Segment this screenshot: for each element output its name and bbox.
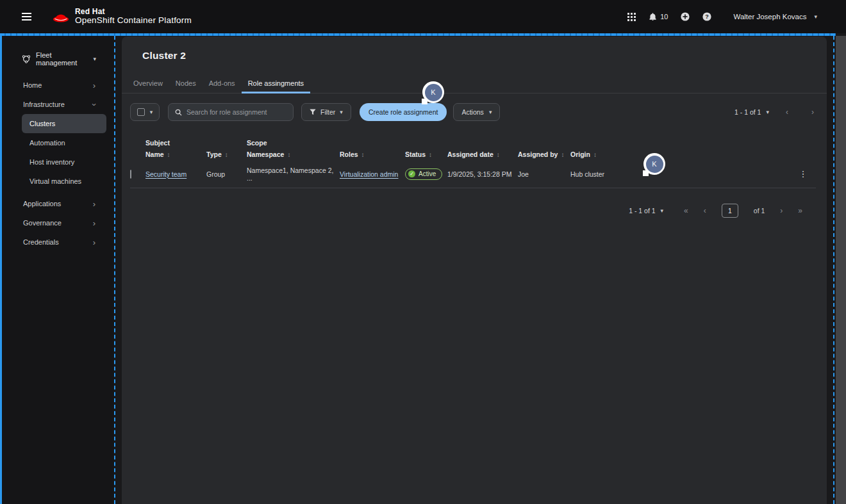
collaborator-cursor-badge: K — [643, 153, 665, 175]
pagination-controls: « ‹ of 1 › » — [684, 204, 802, 218]
sidebar-item-virtual-machines[interactable]: Virtual machines — [22, 172, 106, 191]
roles-link[interactable]: Virtualization admin — [340, 170, 405, 178]
search-icon — [175, 109, 182, 116]
sidebar-item-infrastructure[interactable]: Infrastructure › — [2, 95, 114, 114]
sidebar-item-label: Home — [23, 81, 42, 89]
brand-text: Red Hat OpenShift Container Platform — [75, 8, 192, 26]
sidebar-item-credentials[interactable]: Credentials › — [2, 232, 114, 252]
perspective-switcher[interactable]: Fleet management ▾ — [2, 36, 114, 76]
column-header-roles[interactable]: Roles ↕ — [340, 150, 405, 158]
perspective-label: Fleet management — [36, 51, 88, 67]
tab-bar: Overview Nodes Add-ons Role assingments — [122, 74, 827, 93]
sidebar-item-label: Automation — [29, 139, 65, 147]
sidebar-item-label: Applications — [23, 200, 61, 207]
filter-dropdown[interactable]: Filter ▾ — [301, 103, 351, 121]
last-page-button[interactable]: » — [798, 207, 802, 215]
row-checkbox[interactable] — [130, 170, 131, 179]
focus-outline-top — [0, 33, 836, 36]
sidebar-item-clusters[interactable]: Clusters — [22, 114, 106, 133]
infrastructure-sub-list: Clusters Automation Host inventory Virtu… — [2, 114, 114, 191]
caret-down-icon: ▾ — [661, 208, 664, 214]
sort-icon[interactable]: ↕ — [497, 151, 500, 158]
sidebar-item-home[interactable]: Home › — [2, 76, 114, 95]
namespace-cell: Namespace1, Namespace 2, ... — [247, 167, 340, 182]
page-number-input[interactable] — [722, 204, 738, 218]
group-header-scope: Scope — [247, 139, 340, 147]
svg-text:?: ? — [706, 13, 709, 20]
sidebar-item-applications[interactable]: Applications › — [2, 194, 114, 213]
focus-outline-left — [0, 33, 2, 504]
chevron-right-icon: › — [93, 200, 95, 208]
sort-icon[interactable]: ↕ — [429, 151, 432, 158]
prev-page-button[interactable]: ‹ — [786, 108, 788, 116]
sidebar-item-label: Clusters — [29, 120, 55, 127]
first-page-button[interactable]: « — [684, 207, 688, 215]
sidebar-item-label: Infrastructure — [23, 101, 65, 108]
sort-icon[interactable]: ↕ — [167, 151, 170, 158]
status-badge: ✓ Active — [405, 168, 442, 180]
collaborator-cursor-badge: K — [422, 81, 444, 103]
table-header-row: Name ↕ Type ↕ Namespace ↕ Roles ↕ Status… — [130, 149, 816, 160]
user-menu[interactable]: Walter Joseph Kovacs ▾ — [733, 13, 817, 20]
tab-role-assignments[interactable]: Role assingments — [242, 74, 310, 93]
sidebar-item-governance[interactable]: Governance › — [2, 213, 114, 232]
tab-add-ons[interactable]: Add-ons — [203, 74, 242, 93]
sort-icon[interactable]: ↕ — [361, 151, 365, 158]
actions-dropdown[interactable]: Actions ▾ — [453, 103, 500, 121]
column-header-origin[interactable]: Origin ↕ — [570, 150, 634, 158]
assigned-by-cell: Joe — [518, 170, 570, 178]
actions-label: Actions — [461, 108, 483, 116]
table-group-header-row: Subject Scope — [130, 138, 816, 147]
chevron-down-icon: › — [90, 103, 98, 106]
tab-nodes[interactable]: Nodes — [169, 74, 203, 93]
column-header-assigned-by[interactable]: Assigned by ↕ — [518, 150, 570, 158]
help-icon[interactable]: ? — [702, 12, 711, 21]
column-header-assigned-date[interactable]: Assigned date ↕ — [447, 150, 518, 158]
sort-icon[interactable]: ↕ — [593, 151, 597, 158]
pagination-range: 1 - 1 of 1 — [629, 207, 655, 215]
brand-logo[interactable]: Red Hat OpenShift Container Platform — [52, 8, 192, 26]
sidebar-item-automation[interactable]: Automation — [22, 133, 106, 152]
caret-down-icon: ▾ — [340, 110, 343, 115]
next-page-button[interactable]: › — [780, 207, 783, 215]
sidebar-item-label: Governance — [23, 219, 62, 227]
menu-toggle-icon[interactable] — [19, 9, 34, 24]
chevron-right-icon: › — [93, 238, 95, 247]
role-assignments-table: Subject Scope Name ↕ Type ↕ Namespace ↕ … — [130, 138, 816, 188]
brand-line2: OpenShift Container Platform — [75, 16, 192, 26]
group-header-subject: Subject — [145, 139, 206, 147]
search-input[interactable] — [187, 108, 286, 116]
filter-label: Filter — [320, 108, 335, 116]
prev-page-button[interactable]: ‹ — [704, 207, 706, 215]
pagination-top-summary[interactable]: 1 - 1 of 1 ▾ — [734, 108, 769, 116]
notifications-bell-icon[interactable]: 10 — [649, 12, 668, 21]
sort-icon[interactable]: ↕ — [561, 151, 564, 158]
pagination-bottom: 1 - 1 of 1 ▾ « ‹ of 1 › » — [122, 204, 827, 218]
pagination-bottom-summary[interactable]: 1 - 1 of 1 ▾ — [629, 207, 663, 215]
page-title: Cluster 2 — [142, 50, 827, 61]
create-plus-icon[interactable] — [681, 12, 690, 21]
right-gray-strip — [836, 36, 846, 504]
sidebar-item-host-inventory[interactable]: Host inventory — [22, 152, 106, 172]
search-box[interactable] — [168, 103, 294, 121]
sort-icon[interactable]: ↕ — [225, 151, 228, 158]
sidebar-item-label: Credentials — [23, 238, 59, 246]
column-header-name[interactable]: Name ↕ — [145, 150, 206, 158]
app-launcher-icon[interactable] — [627, 13, 636, 21]
origin-cell: Hub cluster — [570, 170, 634, 178]
page-of-label: of 1 — [754, 207, 765, 215]
masthead: Red Hat OpenShift Container Platform 10 … — [0, 0, 846, 33]
create-role-assignment-button[interactable]: Create role assignment — [360, 103, 447, 121]
row-kebab-menu-icon[interactable]: ⋮ — [795, 167, 811, 181]
table-row: Security team Group Namespace1, Namespac… — [130, 160, 816, 188]
next-page-button[interactable]: › — [811, 108, 814, 116]
column-header-type[interactable]: Type ↕ — [206, 150, 247, 158]
column-header-namespace[interactable]: Namespace ↕ — [247, 150, 340, 158]
column-header-status[interactable]: Status ↕ — [405, 150, 447, 158]
focus-outline-right — [833, 36, 834, 504]
tab-overview[interactable]: Overview — [127, 74, 169, 93]
sort-icon[interactable]: ↕ — [287, 151, 290, 158]
bulk-select-dropdown[interactable]: ▾ — [130, 103, 160, 121]
select-all-checkbox[interactable] — [137, 108, 145, 116]
subject-name-link[interactable]: Security team — [145, 170, 206, 178]
